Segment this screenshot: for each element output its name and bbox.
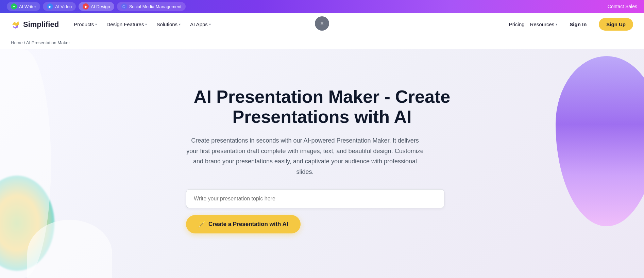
ai-apps-label: AI Apps: [190, 21, 208, 27]
navbar-left: Simplified Products ▾ Design Features ▾ …: [11, 19, 215, 30]
wand-icon: 🪄: [198, 220, 206, 228]
top-banner: ✦ AI Writer ▶ AI Video ◆ AI Design ⬡ Soc…: [0, 0, 644, 13]
logo-icon: [11, 20, 20, 29]
breadcrumb-home[interactable]: Home: [11, 40, 23, 45]
logo[interactable]: Simplified: [11, 20, 59, 29]
blob-right-decoration: [556, 56, 644, 226]
ai-video-icon: ▶: [47, 3, 53, 10]
contact-sales-link[interactable]: Contact Sales: [608, 4, 637, 9]
ai-design-icon: ◆: [83, 3, 89, 10]
nav-item-solutions[interactable]: Solutions ▾: [152, 19, 185, 30]
banner-tab-ai-writer[interactable]: ✦ AI Writer: [7, 2, 40, 11]
resources-chevron-icon: ▾: [556, 22, 557, 26]
banner-tab-ai-video[interactable]: ▶ AI Video: [43, 2, 76, 11]
banner-tab-social[interactable]: ⬡ Social Media Management: [117, 2, 186, 11]
ai-writer-icon: ✦: [11, 3, 17, 10]
banner-tab-social-label: Social Media Management: [129, 4, 182, 9]
banner-tabs: ✦ AI Writer ▶ AI Video ◆ AI Design ⬡ Soc…: [7, 2, 186, 11]
sign-up-button[interactable]: Sign Up: [599, 18, 633, 31]
create-presentation-button[interactable]: 🪄 Create a Presentation with AI: [186, 215, 301, 233]
hero-content: AI Presentation Maker - Create Presentat…: [186, 87, 458, 234]
main-content: AI Presentation Maker - Create Presentat…: [0, 49, 644, 278]
sign-in-button[interactable]: Sign In: [563, 19, 593, 30]
breadcrumb: Home / AI Presentation Maker: [0, 36, 644, 49]
pricing-link[interactable]: Pricing: [509, 21, 525, 27]
resources-link[interactable]: Resources ▾: [530, 21, 558, 27]
navbar-right: Pricing Resources ▾ Sign In Sign Up: [509, 18, 633, 31]
nav-item-ai-apps[interactable]: AI Apps ▾: [186, 19, 215, 30]
ai-apps-chevron-icon: ▾: [209, 22, 211, 26]
logo-text: Simplified: [23, 20, 59, 29]
solutions-label: Solutions: [156, 21, 177, 27]
hero-subtitle: Create presentations in seconds with our…: [186, 135, 424, 177]
banner-tab-ai-video-label: AI Video: [55, 4, 72, 9]
products-chevron-icon: ▾: [95, 22, 97, 26]
nav-item-design-features[interactable]: Design Features ▾: [102, 19, 151, 30]
banner-tab-ai-writer-label: AI Writer: [19, 4, 36, 9]
products-label: Products: [74, 21, 94, 27]
nav-item-products[interactable]: Products ▾: [70, 19, 101, 30]
design-features-chevron-icon: ▾: [145, 22, 147, 26]
banner-tab-ai-design-label: AI Design: [91, 4, 110, 9]
design-features-label: Design Features: [106, 21, 144, 27]
solutions-chevron-icon: ▾: [179, 22, 181, 26]
breadcrumb-separator: /: [24, 40, 25, 45]
create-presentation-label: Create a Presentation with AI: [208, 221, 288, 228]
resources-label: Resources: [530, 21, 555, 27]
nav-links: Products ▾ Design Features ▾ Solutions ▾…: [70, 19, 215, 30]
breadcrumb-current: AI Presentation Maker: [26, 40, 70, 45]
close-button[interactable]: ×: [315, 16, 329, 31]
banner-tab-ai-design[interactable]: ◆ AI Design: [79, 2, 114, 11]
hero-title: AI Presentation Maker - Create Presentat…: [186, 87, 458, 128]
input-container: [186, 189, 444, 208]
social-icon: ⬡: [121, 3, 127, 10]
topic-input[interactable]: [186, 189, 444, 208]
